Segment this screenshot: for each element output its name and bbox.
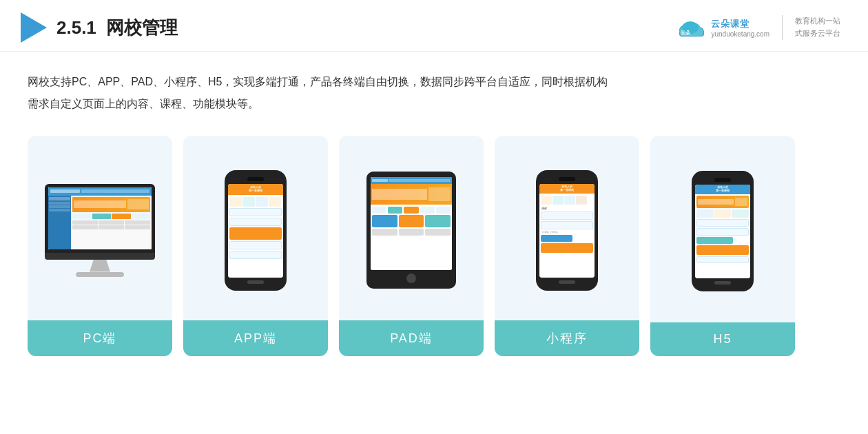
card-label-h5: H5 <box>650 322 795 356</box>
page-title: 2.5.1 网校管理 <box>56 16 178 40</box>
page-wrapper: 2.5.1 网校管理 云朵 <box>0 0 868 434</box>
phone-notch-miniapp <box>559 177 575 181</box>
card-pad: PAD端 <box>339 136 484 356</box>
monitor-device <box>41 184 158 277</box>
phone-notch-app <box>247 177 264 181</box>
phone-home-h5 <box>714 281 731 285</box>
card-label-miniapp: 小程序 <box>495 320 639 356</box>
header-right: 云朵 云朵课堂 yunduoketang.com 教育机构一站 式服务云平台 <box>675 15 840 40</box>
brand-logo: 云朵 云朵课堂 yunduoketang.com <box>675 17 769 39</box>
monitor-base <box>76 272 124 277</box>
device-area-miniapp: 创造人的第一堂课程 课程 <box>495 136 639 320</box>
section-number: 2.5.1 <box>56 17 96 38</box>
monitor-screen-outer <box>45 184 155 253</box>
brand-url: yunduoketang.com <box>711 30 769 38</box>
phone-home-miniapp <box>559 280 575 284</box>
phone-device-miniapp: 创造人的第一堂课程 课程 <box>536 170 598 291</box>
tablet-screen <box>371 177 452 270</box>
phone-screen-app: 创造人的第一堂课程 <box>228 184 283 278</box>
card-label-pad: PAD端 <box>339 320 484 356</box>
phone-device-h5: 创造人的第一堂课程 <box>692 171 754 291</box>
svg-text:云朵: 云朵 <box>681 30 691 35</box>
description-text: 网校支持PC、APP、PAD、小程序、H5，实现多端打通，产品各终端自由切换，数… <box>28 71 840 115</box>
brand-slogan: 教育机构一站 式服务云平台 <box>795 15 840 39</box>
card-h5: 创造人的第一堂课程 <box>650 136 795 356</box>
phone-device-app: 创造人的第一堂课程 <box>225 170 287 291</box>
monitor-screen <box>48 187 152 249</box>
phone-screen-miniapp: 创造人的第一堂课程 课程 <box>539 184 595 278</box>
header: 2.5.1 网校管理 云朵 <box>0 0 868 52</box>
card-miniapp: 创造人的第一堂课程 课程 <box>495 136 639 356</box>
card-pc: PC端 <box>28 136 172 356</box>
monitor-chin <box>45 253 155 260</box>
main-content: 网校支持PC、APP、PAD、小程序、H5，实现多端打通，产品各终端自由切换，数… <box>0 52 868 370</box>
tablet-device <box>366 172 456 289</box>
title-text: 网校管理 <box>106 17 178 38</box>
cloud-icon: 云朵 <box>675 17 705 39</box>
header-left: 2.5.1 网校管理 <box>21 12 178 43</box>
device-cards-grid: PC端 创造人的第一堂课程 <box>28 136 840 356</box>
card-app: 创造人的第一堂课程 <box>183 136 328 356</box>
monitor-stand <box>90 260 110 272</box>
header-divider <box>782 15 783 40</box>
logo-triangle-icon <box>21 12 47 43</box>
device-area-pc <box>28 136 172 320</box>
phone-home-app <box>247 280 264 284</box>
device-area-h5: 创造人的第一堂课程 <box>650 136 795 322</box>
card-label-app: APP端 <box>183 320 328 356</box>
phone-notch-h5 <box>714 178 731 182</box>
device-area-app: 创造人的第一堂课程 <box>183 136 328 320</box>
tablet-home-btn <box>406 273 416 283</box>
description-line1: 网校支持PC、APP、PAD、小程序、H5，实现多端打通，产品各终端自由切换，数… <box>28 71 840 93</box>
brand-name: 云朵课堂 <box>711 18 750 30</box>
phone-screen-h5: 创造人的第一堂课程 <box>695 185 750 278</box>
device-area-pad <box>339 136 484 320</box>
brand-text: 云朵课堂 yunduoketang.com <box>711 18 769 38</box>
card-label-pc: PC端 <box>28 320 172 356</box>
description-line2: 需求自定义页面上的内容、课程、功能模块等。 <box>28 93 840 115</box>
